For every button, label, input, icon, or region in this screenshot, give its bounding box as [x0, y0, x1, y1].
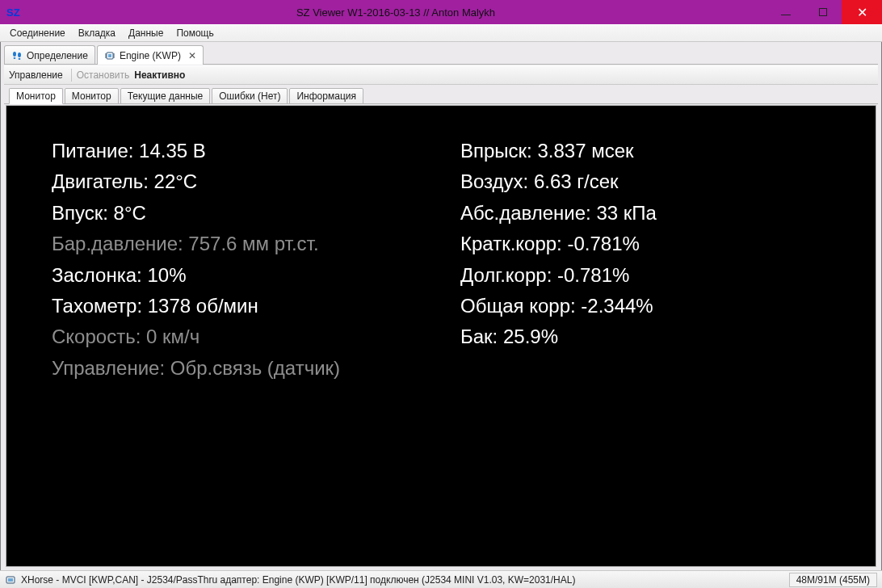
- toolbar-separator: [71, 69, 72, 82]
- svg-rect-13: [8, 578, 13, 582]
- tab-engine-label: Engine (KWP): [120, 50, 181, 61]
- menu-tab[interactable]: Вкладка: [72, 26, 122, 40]
- monitor-right-row: Впрыск: 3.837 мсек: [460, 138, 837, 164]
- title-bar: SZ SZ Viewer W1-2016-03-13 // Anton Maly…: [0, 0, 882, 24]
- toolbar: Управление Остановить Неактивно: [4, 65, 878, 85]
- monitor-right-row: Абс.давление: 33 кПа: [460, 200, 837, 226]
- adapter-icon: [5, 574, 16, 586]
- monitor-left-row: Двигатель: 22°C: [52, 169, 428, 195]
- subtab-monitor-2[interactable]: Монитор: [65, 88, 119, 104]
- monitor-right-row: Долг.корр: -0.781%: [460, 262, 837, 288]
- monitor-right-column: Впрыск: 3.837 мсекВоздух: 6.63 г/секАбс.…: [460, 138, 837, 550]
- menu-data[interactable]: Данные: [122, 26, 170, 40]
- app-icon: SZ: [0, 6, 24, 19]
- tab-definition[interactable]: Определение: [4, 45, 95, 65]
- monitor-left-row: Питание: 14.35 В: [52, 138, 428, 164]
- tab-definition-label: Определение: [27, 50, 88, 61]
- module-tab-strip: Определение Engine (KWP) ✕: [1, 42, 881, 65]
- svg-point-2: [18, 52, 21, 57]
- monitor-left-row: Бар.давление: 757.6 мм рт.ст.: [52, 231, 428, 257]
- close-button[interactable]: ✕: [842, 0, 882, 24]
- monitor-right-row: Воздух: 6.63 г/сек: [460, 169, 837, 195]
- client-area: Определение Engine (KWP) ✕ Управление Ос…: [0, 42, 882, 570]
- svg-point-3: [19, 57, 21, 59]
- monitor-right-row: Кратк.корр: -0.781%: [460, 231, 837, 257]
- window-controls: ✕: [767, 0, 882, 24]
- status-bar: XHorse - MVCI [KWP,CAN] - J2534/PassThru…: [0, 570, 882, 588]
- status-left: XHorse - MVCI [KWP,CAN] - J2534/PassThru…: [5, 574, 575, 586]
- subtab-underline: [4, 103, 878, 104]
- subtab-info[interactable]: Информация: [289, 88, 363, 104]
- monitor-left-row: Тахометр: 1378 об/мин: [52, 293, 428, 319]
- monitor-left-row: Заслонка: 10%: [52, 262, 428, 288]
- tab-engine-close-icon[interactable]: ✕: [188, 50, 196, 61]
- monitor-content: Питание: 14.35 ВДвигатель: 22°CВпуск: 8°…: [6, 106, 876, 566]
- window-title: SZ Viewer W1-2016-03-13 // Anton Malykh: [24, 6, 767, 19]
- toolbar-label: Управление: [9, 69, 66, 81]
- subtab-monitor-1[interactable]: Монитор: [9, 88, 63, 104]
- monitor-panel: Питание: 14.35 ВДвигатель: 22°CВпуск: 8°…: [6, 105, 876, 567]
- footprints-icon: [11, 51, 23, 61]
- status-text: XHorse - MVCI [KWP,CAN] - J2534/PassThru…: [21, 574, 575, 586]
- menu-help[interactable]: Помощь: [170, 26, 220, 40]
- tab-engine[interactable]: Engine (KWP) ✕: [97, 45, 204, 65]
- monitor-left-column: Питание: 14.35 ВДвигатель: 22°CВпуск: 8°…: [52, 138, 428, 550]
- sub-tab-strip: Монитор Монитор Текущие данные Ошибки (Н…: [4, 85, 878, 104]
- toolbar-state: Неактивно: [134, 69, 185, 81]
- svg-rect-5: [108, 54, 111, 57]
- chip-icon: [104, 51, 116, 61]
- menu-connection[interactable]: Соединение: [3, 26, 72, 40]
- monitor-left-row: Впуск: 8°C: [52, 200, 428, 226]
- status-memory: 48M/91M (455M): [789, 573, 877, 587]
- minimize-button[interactable]: [767, 0, 804, 24]
- svg-point-1: [14, 57, 16, 58]
- subtab-errors[interactable]: Ошибки (Нет): [212, 88, 288, 104]
- monitor-left-row: Управление: Обр.связь (датчик): [52, 355, 428, 381]
- menu-bar: Соединение Вкладка Данные Помощь: [0, 24, 882, 42]
- monitor-left-row: Скорость: 0 км/ч: [52, 324, 428, 350]
- subtab-current-data[interactable]: Текущие данные: [120, 88, 211, 104]
- svg-point-0: [13, 52, 16, 57]
- monitor-right-row: Общая корр: -2.344%: [460, 293, 837, 319]
- monitor-right-row: Бак: 25.9%: [460, 324, 837, 350]
- toolbar-stop-button[interactable]: Остановить: [77, 69, 130, 81]
- maximize-button[interactable]: [804, 0, 842, 24]
